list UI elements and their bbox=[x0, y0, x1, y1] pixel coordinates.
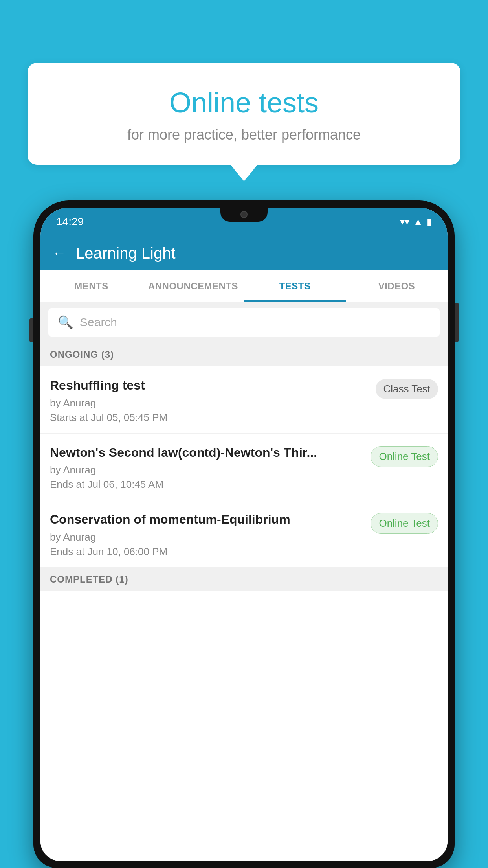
status-time: 14:29 bbox=[56, 215, 84, 228]
side-button-right bbox=[455, 303, 459, 342]
wifi-icon: ▾▾ bbox=[400, 216, 409, 227]
test-title-reshuffling: Reshuffling test bbox=[50, 377, 369, 394]
test-info-newtons: Newton's Second law(contd)-Newton's Thir… bbox=[50, 445, 364, 491]
search-bar[interactable]: 🔍 Search bbox=[48, 308, 440, 337]
app-bar: ← Learning Light bbox=[40, 236, 448, 270]
phone-frame: 14:29 ▾▾ ▲ ▮ ← Learning Light MENTS ANNO… bbox=[33, 200, 455, 868]
search-container: 🔍 Search bbox=[40, 302, 448, 343]
battery-icon: ▮ bbox=[427, 216, 432, 227]
test-item-newtons[interactable]: Newton's Second law(contd)-Newton's Thir… bbox=[40, 434, 448, 501]
promo-card: Online tests for more practice, better p… bbox=[28, 63, 460, 165]
badge-class-test: Class Test bbox=[376, 379, 438, 399]
test-author-newtons: by Anurag bbox=[50, 464, 364, 476]
camera bbox=[240, 211, 248, 218]
completed-section-header: COMPLETED (1) bbox=[40, 568, 448, 591]
test-list: Reshuffling test by Anurag Starts at Jul… bbox=[40, 366, 448, 861]
status-icons: ▾▾ ▲ ▮ bbox=[400, 216, 432, 227]
test-time-reshuffling: Starts at Jul 05, 05:45 PM bbox=[50, 412, 369, 424]
side-button-left bbox=[29, 318, 33, 342]
test-title-conservation: Conservation of momentum-Equilibrium bbox=[50, 511, 364, 528]
app-bar-title: Learning Light bbox=[76, 245, 176, 262]
notch bbox=[220, 208, 268, 222]
tab-announcements[interactable]: ANNOUNCEMENTS bbox=[142, 270, 244, 302]
promo-subtitle: for more practice, better performance bbox=[43, 127, 445, 143]
tab-videos[interactable]: VIDEOS bbox=[346, 270, 448, 302]
test-item-conservation[interactable]: Conservation of momentum-Equilibrium by … bbox=[40, 500, 448, 568]
tabs-bar: MENTS ANNOUNCEMENTS TESTS VIDEOS bbox=[40, 270, 448, 302]
test-item-reshuffling[interactable]: Reshuffling test by Anurag Starts at Jul… bbox=[40, 366, 448, 434]
status-bar: 14:29 ▾▾ ▲ ▮ bbox=[40, 208, 448, 236]
test-author-reshuffling: by Anurag bbox=[50, 397, 369, 409]
test-time-conservation: Ends at Jun 10, 06:00 PM bbox=[50, 546, 364, 558]
promo-title: Online tests bbox=[43, 86, 445, 119]
test-time-newtons: Ends at Jul 06, 10:45 AM bbox=[50, 478, 364, 491]
badge-online-test-2: Online Test bbox=[371, 513, 438, 534]
back-button[interactable]: ← bbox=[52, 245, 66, 261]
test-info-conservation: Conservation of momentum-Equilibrium by … bbox=[50, 511, 364, 558]
test-info-reshuffling: Reshuffling test by Anurag Starts at Jul… bbox=[50, 377, 369, 424]
tab-tests[interactable]: TESTS bbox=[244, 270, 346, 302]
signal-icon: ▲ bbox=[413, 216, 423, 227]
test-author-conservation: by Anurag bbox=[50, 531, 364, 543]
test-title-newtons: Newton's Second law(contd)-Newton's Thir… bbox=[50, 445, 364, 461]
tab-ments[interactable]: MENTS bbox=[40, 270, 142, 302]
ongoing-section-header: ONGOING (3) bbox=[40, 343, 448, 366]
search-placeholder-text: Search bbox=[80, 316, 117, 329]
phone-screen: 14:29 ▾▾ ▲ ▮ ← Learning Light MENTS ANNO… bbox=[40, 208, 448, 861]
badge-online-test-1: Online Test bbox=[371, 446, 438, 467]
search-icon: 🔍 bbox=[58, 315, 73, 330]
